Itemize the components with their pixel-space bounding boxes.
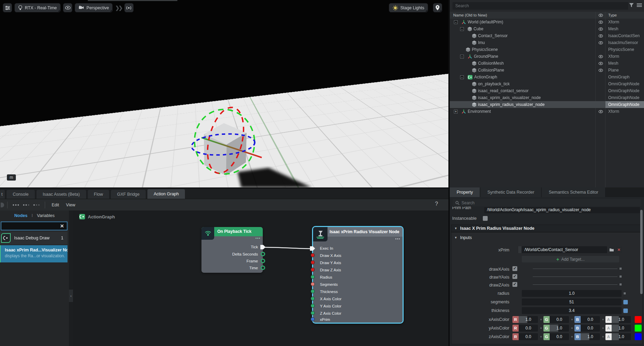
x-axis-color-swatch[interactable] [635, 316, 642, 323]
node-category-isaac-debug-draw[interactable]: Isaac Debug Draw 1 [0, 231, 67, 245]
drag-handle[interactable] [519, 246, 521, 253]
collapse-icon[interactable]: - [460, 75, 464, 79]
layout-dots-icon[interactable] [23, 204, 29, 206]
r-channel-field[interactable]: 0.0 [519, 325, 538, 332]
value-override-badge[interactable] [623, 309, 628, 313]
pin-z-axis-color[interactable] [311, 311, 315, 315]
remove-target-button[interactable]: ✕ [616, 247, 622, 253]
thickness-field[interactable]: 3.4 [522, 307, 622, 314]
help-button[interactable]: ? [435, 201, 438, 207]
pin-y-axis-color[interactable] [311, 304, 315, 308]
visibility-toggle[interactable] [596, 53, 605, 60]
segments-field[interactable]: 51 [522, 299, 622, 305]
tree-row-imu[interactable]: Imu IsaacImuSensor [450, 39, 644, 46]
a-channel-field[interactable]: 1.0 [612, 333, 631, 340]
visibility-toggle[interactable] [596, 67, 605, 74]
stage-search-input[interactable] [453, 2, 628, 10]
column-type[interactable]: Type [605, 13, 644, 17]
visibility-toggle[interactable] [596, 32, 605, 39]
node-list-item-selected[interactable]: Isaac xPrim Rad...Visualizer Node displa… [0, 245, 67, 262]
tab-nodes[interactable]: Nodes [14, 213, 28, 218]
render-mode-button[interactable]: RTX - Real-Time [14, 3, 61, 12]
graph-canvas[interactable]: ActionGraph On Playback Tick Tick [73, 210, 448, 346]
pin-time[interactable] [261, 266, 265, 270]
tree-row-action-graph[interactable]: - ActionGraph OmniGraph [450, 74, 644, 80]
pin-segments[interactable] [311, 282, 315, 286]
tree-row-isaac-xprim-axis-visualizer-node[interactable]: isaac_xprim_axis_visualizer_node OmniGra… [450, 94, 644, 101]
slider-track[interactable] [533, 284, 617, 285]
tab-action-graph[interactable]: Action Graph [147, 189, 185, 199]
pin-thickness[interactable] [311, 289, 315, 293]
visibility-button[interactable] [63, 3, 72, 12]
layout-dots-icon[interactable] [33, 204, 40, 206]
tree-row-collision-mesh[interactable]: CollisionMesh Mesh [450, 60, 644, 67]
xprim-value-field[interactable]: /World/Cube/Contact_Sensor [522, 246, 607, 253]
radius-field[interactable]: 1.0 [522, 290, 622, 297]
add-target-button[interactable]: + Add Target... [522, 256, 619, 262]
pin-xprim[interactable] [311, 317, 315, 321]
node-options-icon[interactable] [256, 238, 260, 239]
tree-row-cube[interactable]: - Cube Mesh [450, 25, 644, 32]
broadcast-button[interactable] [124, 3, 134, 12]
visibility-toggle[interactable] [596, 39, 605, 46]
tab-variables[interactable]: Variables [37, 213, 54, 218]
options-icon[interactable] [637, 3, 642, 7]
value-override-badge[interactable] [623, 300, 628, 304]
viewport-settings-button[interactable] [3, 3, 12, 12]
tab-flow[interactable]: Flow [88, 190, 109, 199]
tree-row-on-playback-tick[interactable]: on_playback_tick OmniGraphNode [450, 80, 644, 87]
node-options-icon[interactable] [395, 238, 400, 239]
pin-frame[interactable] [261, 259, 265, 263]
slider-track[interactable] [533, 269, 617, 269]
browse-folder-button[interactable] [609, 247, 615, 253]
layout-dots-icon[interactable] [13, 204, 19, 206]
filter-icon[interactable] [629, 3, 634, 7]
inputs-header[interactable]: ▼ Inputs [454, 235, 472, 240]
tree-row-ground-plane[interactable]: - GroundPlane Xform [450, 53, 644, 60]
property-scrollbar[interactable] [640, 210, 643, 294]
draw-x-axis-checkbox[interactable] [512, 266, 517, 271]
camera-button[interactable]: Perspective [75, 3, 113, 12]
instanceable-checkbox[interactable] [483, 216, 488, 221]
tab-partial[interactable]: t [0, 190, 5, 199]
section-header-visualizer-node[interactable]: ▼ Isaac X Prim Radius Visualizer Node [451, 225, 643, 232]
node-on-playback-tick[interactable]: On Playback Tick Tick Delta Seconds Fram… [201, 227, 263, 273]
tree-row-collision-plane[interactable]: CollisionPlane Plane [450, 67, 644, 74]
menu-edit[interactable]: Edit [48, 203, 63, 207]
tree-row-world[interactable]: - World (defaultPrim) Xform [450, 19, 644, 25]
clear-search-icon[interactable]: ✕ [57, 223, 67, 229]
chevrons-icon[interactable]: ❯❯ [115, 5, 122, 11]
tab-console[interactable]: Console [7, 190, 35, 199]
visibility-toggle[interactable] [596, 108, 605, 115]
tree-row-environment[interactable]: + Environment Xform [450, 108, 644, 115]
visibility-toggle[interactable] [596, 60, 605, 67]
draw-z-axis-checkbox[interactable] [512, 282, 517, 287]
property-search-box[interactable] [453, 199, 641, 206]
y-axis-color-swatch[interactable] [635, 325, 642, 332]
tab-synthetic-data-recorder[interactable]: Synthetic Data Recorder [480, 187, 541, 197]
node-search-input[interactable] [1, 224, 57, 228]
panel-splitter[interactable] [69, 210, 73, 346]
property-search-input[interactable] [461, 201, 638, 205]
g-channel-field[interactable]: 1.0 [550, 325, 569, 332]
collapse-icon[interactable]: - [460, 55, 464, 58]
location-pin-button[interactable] [433, 3, 442, 12]
node-isaac-xprim-radius-visualizer[interactable]: Isaac xPrim Radius Visualizer Node Exec … [312, 226, 404, 324]
pin-draw-y-axis[interactable] [311, 260, 315, 264]
viewport-3d[interactable]: RTX - Real-Time Perspective ❯❯ [0, 0, 448, 187]
expand-icon[interactable]: + [454, 110, 458, 113]
prim-path-value[interactable]: /World/ActionGraph/isaac_xprim_radius_vi… [484, 207, 640, 213]
pin-tick-exec[interactable] [260, 245, 266, 249]
stage-column-headers[interactable]: Name (Old to New) Type [450, 12, 644, 19]
slider-track[interactable] [533, 277, 617, 277]
collapse-icon[interactable]: - [454, 20, 458, 24]
pin-draw-z-axis[interactable] [311, 268, 315, 272]
tree-row-isaac-xprim-radius-visualizer-node[interactable]: isaac_xprim_radius_visualizer_node OmniG… [450, 101, 644, 108]
pin-x-axis-color[interactable] [311, 296, 315, 301]
visibility-toggle[interactable] [596, 19, 605, 25]
b-channel-field[interactable]: 0.0 [581, 316, 600, 323]
visibility-toggle[interactable] [596, 25, 605, 32]
node-search-box[interactable]: ✕ [1, 221, 67, 230]
r-channel-field[interactable]: 0.0 [519, 333, 538, 340]
a-channel-field[interactable]: 1.0 [612, 316, 631, 323]
